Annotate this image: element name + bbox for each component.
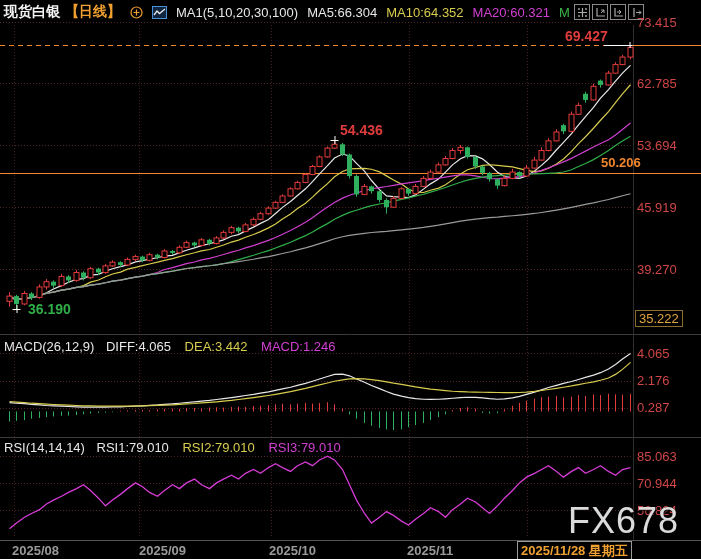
rsi1-value: RSI1:79.010 bbox=[97, 440, 169, 455]
current-date-badge: 2025/11/28 星期五 bbox=[517, 541, 632, 559]
chart-header-bar: 现货白银 【日线】 MA1(5,10,20,30,100) MA5:66.304… bbox=[4, 3, 570, 21]
chart-toolbar bbox=[574, 4, 644, 20]
rsi-params-label: RSI(14,14,14) bbox=[4, 440, 85, 455]
pan-icon[interactable] bbox=[574, 4, 590, 20]
chart-canvas[interactable] bbox=[0, 0, 701, 559]
macd-dea-value: DEA:3.442 bbox=[185, 339, 248, 354]
macd-diff-value: DIFF:4.065 bbox=[106, 339, 171, 354]
y-axis-tick: 45.919 bbox=[637, 200, 677, 215]
macd-axis-tick: 4.065 bbox=[637, 346, 670, 361]
x-axis-month: 2025/10 bbox=[269, 543, 316, 558]
level-line-tag: 50.206 bbox=[601, 155, 641, 170]
y-axis-tick: 73.415 bbox=[637, 15, 677, 30]
x-axis-month: 2025/11 bbox=[407, 543, 453, 558]
fx678-watermark: FX678 bbox=[568, 500, 679, 542]
instrument-title: 现货白银 bbox=[4, 3, 60, 21]
rsi-header: RSI(14,14,14) RSI1:79.010 RSI2:79.010 RS… bbox=[4, 440, 341, 455]
trading-chart-window: 现货白银 【日线】 MA1(5,10,20,30,100) MA5:66.304… bbox=[0, 0, 701, 559]
ma20-value: MA20:60.321 bbox=[473, 5, 550, 20]
ma-settings-label: MA1(5,10,20,30,100) bbox=[176, 5, 298, 20]
zoom-y-axis-icon[interactable] bbox=[592, 4, 608, 20]
chart-type-icon[interactable] bbox=[152, 6, 167, 19]
y-axis-low-badge: 35.222 bbox=[635, 310, 683, 327]
ma5-value: MA5:66.304 bbox=[307, 5, 377, 20]
y-axis-tick: 53.694 bbox=[637, 138, 677, 153]
zoom-x-axis-icon[interactable] bbox=[610, 4, 626, 20]
add-indicator-icon[interactable] bbox=[130, 6, 143, 19]
macd-value: MACD:1.246 bbox=[261, 339, 335, 354]
swing-low-tag: 36.190 bbox=[28, 301, 71, 317]
y-axis-tick: 62.785 bbox=[637, 76, 677, 91]
macd-axis-tick: 2.176 bbox=[637, 373, 670, 388]
macd-header: MACD(26,12,9) DIFF:4.065 DEA:3.442 MACD:… bbox=[4, 339, 336, 354]
timeframe-label: 【日线】 bbox=[65, 3, 121, 21]
macd-axis-tick: 0.287 bbox=[637, 400, 670, 415]
x-axis-month: 2025/09 bbox=[139, 543, 186, 558]
y-axis-tick: 39.270 bbox=[637, 262, 677, 277]
rsi3-value: RSI3:79.010 bbox=[268, 440, 340, 455]
rsi-axis-tick: 85.063 bbox=[637, 449, 677, 464]
macd-params-label: MACD(26,12,9) bbox=[4, 339, 94, 354]
x-axis-month: 2025/08 bbox=[12, 543, 59, 558]
ma30-value-truncated: M bbox=[559, 5, 570, 20]
swing-high-tag: 54.436 bbox=[340, 122, 383, 138]
ma10-value: MA10:64.352 bbox=[386, 5, 463, 20]
rsi-axis-tick: 70.944 bbox=[637, 476, 677, 491]
rsi2-value: RSI2:79.010 bbox=[182, 440, 254, 455]
session-high-tag: 69.427 bbox=[565, 28, 608, 44]
